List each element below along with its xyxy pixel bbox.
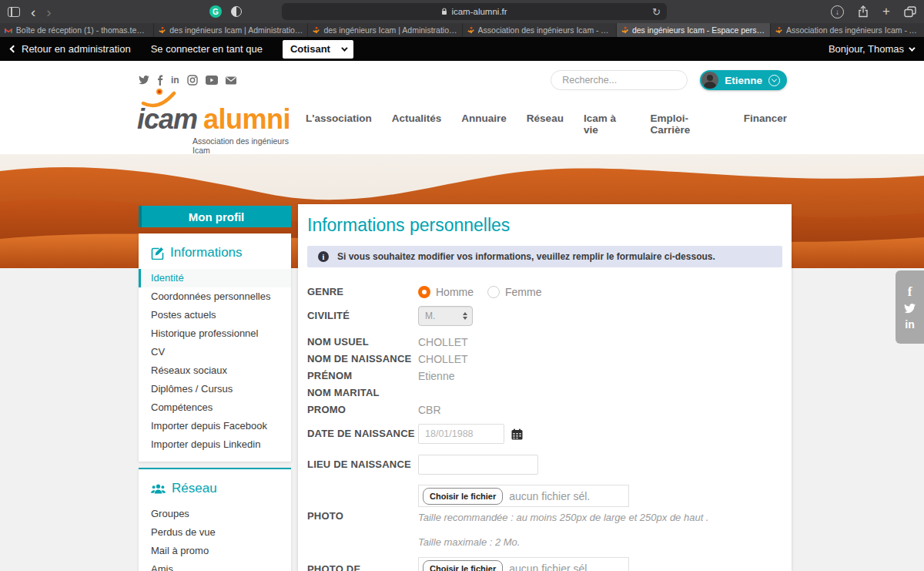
radio-femme[interactable]: [487, 286, 500, 298]
sidebar-item-postes-actuels[interactable]: Postes actuels: [139, 306, 291, 324]
nom-usuel-row: NOM USUEL CHOLLET: [307, 336, 782, 348]
share-icon[interactable]: [858, 5, 869, 18]
nav-item-reseau[interactable]: Réseau: [527, 113, 564, 136]
cover-file-input[interactable]: Choisir le fichier aucun fichier sél.: [418, 557, 629, 571]
nav-item-financer[interactable]: Financer: [744, 113, 787, 136]
nom-de-naissance-value: CHOLLET: [418, 353, 468, 365]
tab-gmail[interactable]: Boîte de réception (1) - thomas.tensa@..…: [0, 23, 154, 37]
sidebar-item-mail-a-promo[interactable]: Mail à promo: [139, 542, 291, 560]
url-text: icam-alumni.fr: [451, 7, 507, 16]
search-input[interactable]: [562, 75, 686, 86]
new-tab-icon[interactable]: +: [882, 4, 890, 19]
back-icon[interactable]: ‹: [31, 5, 35, 19]
informations-card: Informations Identité Coordonnées person…: [139, 233, 291, 462]
tab-accueil-1[interactable]: Association des ingénieurs Icam - Accu..…: [463, 23, 617, 37]
role-select[interactable]: Cotisant: [283, 40, 353, 59]
civilite-select[interactable]: M.: [418, 306, 473, 326]
browser-toolbar: ‹ › G icam-alumni.fr ↻ ↓ +: [0, 0, 924, 23]
reseau-heading: Réseau: [139, 469, 291, 505]
back-to-admin-link[interactable]: Retour en administration: [11, 43, 131, 55]
email-icon[interactable]: [226, 76, 236, 85]
sidebar-item-identite[interactable]: Identité: [139, 269, 291, 287]
forward-icon[interactable]: ›: [46, 5, 51, 19]
info-icon: i: [318, 251, 329, 262]
logo-figure-icon: [139, 86, 177, 109]
calendar-icon[interactable]: [511, 428, 523, 440]
youtube-icon[interactable]: [206, 76, 218, 85]
radio-homme[interactable]: [418, 286, 430, 298]
genre-row: GENRE Homme Femme: [307, 286, 782, 298]
cover-file-status: aucun fichier sél.: [509, 563, 590, 571]
grammarly-extension-icon[interactable]: G: [209, 5, 222, 18]
facebook-icon[interactable]: [157, 75, 163, 86]
reseau-card: Réseau Groupes Perdus de vue Mail à prom…: [139, 468, 291, 571]
profile-sidebar: Mon profil Informations Identité Coordon…: [139, 206, 291, 571]
sidebar-title: Mon profil: [139, 206, 291, 227]
nav-item-emploi-carriere[interactable]: Emploi-Carrière: [651, 113, 724, 136]
safari-window: ‹ › G icam-alumni.fr ↻ ↓ + Boîte de réce…: [0, 0, 924, 571]
address-bar[interactable]: icam-alumni.fr ↻: [282, 3, 667, 20]
logo-tagline: Association des ingénieurs Icam: [192, 136, 306, 155]
sidebar-item-amis[interactable]: Amis: [139, 560, 291, 571]
tab-accueil-2[interactable]: Association des ingénieurs Icam - Accu..…: [771, 23, 924, 37]
sidebar-item-reseaux-sociaux[interactable]: Réseaux sociaux: [139, 361, 291, 380]
admin-bar: Retour en administration Se connecter en…: [0, 37, 924, 61]
select-arrows-icon: [463, 312, 467, 320]
nom-de-naissance-row: NOM DE NAISSANCE CHOLLET: [307, 353, 782, 365]
icam-alumni-logo[interactable]: icam alumni Association des ingénieurs I…: [137, 92, 306, 155]
downloads-icon[interactable]: ↓: [831, 5, 844, 18]
sidebar-item-groupes[interactable]: Groupes: [139, 505, 291, 523]
tab-bar: Boîte de réception (1) - thomas.tensa@..…: [0, 23, 924, 37]
sidebar-item-competences[interactable]: Compétences: [139, 398, 291, 417]
date-de-naissance-row: DATE DE NAISSANCE: [307, 424, 782, 444]
sidebar-item-perdus-de-vue[interactable]: Perdus de vue: [139, 523, 291, 542]
chevron-down-icon: [341, 45, 347, 51]
promo-row: PROMO CBR: [307, 404, 782, 416]
photo-max-size-hint: Taille maximale : 2 Mo.: [418, 536, 708, 548]
informations-heading: Informations: [139, 233, 291, 269]
sidebar-item-import-facebook[interactable]: Importer depuis Facebook: [139, 417, 291, 435]
photo-choose-file-button[interactable]: Choisir le fichier: [423, 488, 503, 505]
search-box: [551, 70, 688, 90]
twitter-share-icon[interactable]: [904, 304, 916, 314]
tab-overview-icon[interactable]: [904, 6, 916, 18]
reload-icon[interactable]: ↻: [652, 6, 661, 18]
user-menu-button[interactable]: Etienne: [700, 70, 787, 90]
photo-couverture-row: PHOTO DE COUVERTURE Choisir le fichier a…: [307, 557, 782, 571]
nav-item-association[interactable]: L'association: [306, 113, 372, 136]
lieu-de-naissance-row: LIEU DE NAISSANCE: [307, 455, 782, 475]
shield-extension-icon[interactable]: [231, 6, 242, 17]
sidebar-item-cv[interactable]: CV: [139, 343, 291, 361]
tab-admin-1[interactable]: des ingénieurs Icam | Administration du.…: [154, 23, 308, 37]
sidebar-item-import-linkedin[interactable]: Importer depuis Linkedin: [139, 435, 291, 454]
sidebar-item-diplomes[interactable]: Diplômes / Cursus: [139, 380, 291, 398]
nom-marital-row: NOM MARITAL: [307, 387, 782, 399]
facebook-share-icon[interactable]: f: [908, 285, 912, 298]
icam-favicon: [621, 26, 628, 34]
photo-row: PHOTO Choisir le fichier aucun fichier s…: [307, 485, 782, 548]
cover-choose-file-button[interactable]: Choisir le fichier: [423, 560, 503, 571]
sidebar-item-coordonnees[interactable]: Coordonnées personnelles: [139, 287, 291, 306]
sidebar-item-historique[interactable]: Historique professionnel: [139, 324, 291, 343]
linkedin-icon[interactable]: in: [171, 76, 179, 85]
instagram-icon[interactable]: [187, 75, 198, 86]
nav-item-icam-a-vie[interactable]: Icam à vie: [584, 113, 631, 136]
linkedin-share-icon[interactable]: in: [905, 319, 914, 330]
edit-icon: [151, 247, 164, 260]
nav-item-annuaire[interactable]: Annuaire: [461, 113, 507, 136]
nav-item-actualites[interactable]: Actualités: [392, 113, 442, 136]
photo-size-hint: Taille recommandée : au moins 250px de l…: [418, 512, 708, 523]
photo-file-input[interactable]: Choisir le fichier aucun fichier sél.: [418, 485, 629, 507]
user-greeting-menu[interactable]: Bonjour, Thomas: [829, 43, 913, 55]
personal-info-form: GENRE Homme Femme CIVILITÉ M. NOM USUEL …: [298, 286, 792, 571]
tab-espace-personnel-active[interactable]: des ingénieurs Icam - Espace personnel: [617, 23, 771, 37]
impersonate-label: Se connecter en tant que: [151, 43, 263, 55]
twitter-icon[interactable]: [139, 76, 149, 85]
date-de-naissance-input[interactable]: [418, 424, 504, 444]
lieu-de-naissance-input[interactable]: [418, 455, 538, 475]
tab-admin-2[interactable]: des ingénieurs Icam | Administration du.…: [308, 23, 462, 37]
sidebar-toggle-icon[interactable]: [8, 7, 20, 17]
icam-favicon: [313, 26, 320, 34]
social-share-rail: f in: [896, 270, 924, 344]
personal-info-card: Informations personnelles i Si vous souh…: [298, 204, 792, 571]
